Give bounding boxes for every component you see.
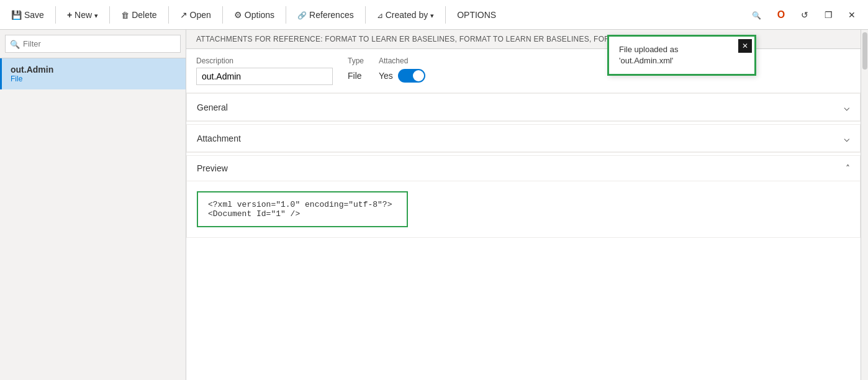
general-chevron-down-icon — [844, 101, 850, 113]
new-icon — [67, 10, 72, 20]
attachment-section-label: Attachment — [197, 133, 241, 143]
options-button[interactable]: Options — [228, 6, 281, 24]
delete-label: Delete — [132, 10, 156, 20]
preview-code-box: <?xml version="1.0" encoding="utf-8"?> <… — [197, 191, 408, 227]
references-label: References — [309, 10, 354, 20]
attached-toggle[interactable] — [398, 69, 425, 83]
delete-button[interactable]: Delete — [115, 6, 163, 24]
separator-4 — [222, 6, 223, 24]
close-icon: ✕ — [848, 10, 856, 20]
preview-section-header[interactable]: Preview — [187, 156, 860, 181]
separator-7 — [445, 6, 446, 24]
references-icon — [297, 10, 307, 20]
references-button[interactable]: References — [291, 6, 360, 24]
notification-popup: ✕ File uploaded as'out.Admin.xml' — [607, 35, 756, 76]
toolbar: Save New Delete Open Options References … — [0, 0, 868, 30]
sidebar-item-out-admin[interactable]: out.Admin File — [0, 58, 186, 89]
restore-button[interactable]: ❐ — [817, 4, 839, 26]
close-button[interactable]: ✕ — [841, 4, 863, 26]
save-button[interactable]: Save — [5, 6, 50, 24]
preview-section: Preview <?xml version="1.0" encoding="ut… — [186, 155, 861, 238]
attached-field: Attached Yes — [379, 57, 425, 84]
sidebar-item-sub: File — [11, 75, 177, 83]
preview-section-body: <?xml version="1.0" encoding="utf-8"?> <… — [187, 181, 860, 237]
search-toolbar-icon — [752, 10, 761, 20]
description-input[interactable] — [196, 68, 333, 85]
attachment-section-header[interactable]: Attachment — [187, 125, 860, 152]
save-label: Save — [24, 10, 44, 20]
created-by-caret-icon — [430, 10, 434, 20]
created-by-label: Created by — [386, 10, 428, 20]
options-caps-button[interactable]: OPTIONS — [451, 6, 502, 24]
preview-line-1: <?xml version="1.0" encoding="utf-8"?> — [208, 200, 397, 209]
preview-chevron-up-icon — [846, 163, 850, 173]
sections-wrapper: General Attachment Preview — [186, 93, 861, 380]
scrollbar-area — [861, 30, 868, 380]
new-button[interactable]: New — [61, 6, 104, 24]
options-icon — [234, 10, 242, 20]
attached-toggle-wrapper: Yes — [379, 68, 425, 84]
type-field: Type File — [348, 57, 364, 84]
separator-5 — [286, 6, 286, 24]
open-button[interactable]: Open — [174, 6, 217, 24]
general-section-header[interactable]: General — [187, 94, 860, 121]
open-label: Open — [190, 10, 211, 20]
type-value: File — [348, 68, 364, 84]
options-label: Options — [245, 10, 274, 20]
description-label: Description — [196, 57, 333, 65]
new-caret-icon — [94, 10, 98, 20]
created-by-filter-icon — [377, 10, 383, 20]
search-toolbar-button[interactable] — [746, 6, 767, 24]
content-area: ATTACHMENTS FOR REFERENCE: FORMAT TO LEA… — [186, 30, 861, 380]
general-section: General — [186, 93, 861, 122]
description-field: Description — [196, 57, 333, 85]
main-layout: 🔍 out.Admin File ATTACHMENTS FOR REFEREN… — [0, 30, 868, 380]
type-label: Type — [348, 57, 364, 65]
office-icon-button[interactable]: O — [770, 4, 792, 26]
filter-search-icon: 🔍 — [10, 39, 20, 48]
attachment-section: Attachment — [186, 124, 861, 153]
general-section-label: General — [197, 102, 228, 112]
delete-icon — [121, 10, 129, 20]
notification-text: File uploaded as'out.Admin.xml' — [619, 44, 744, 66]
refresh-icon: ↺ — [801, 10, 808, 20]
separator-2 — [109, 6, 110, 24]
form-row: Description Type File Attached Yes — [186, 49, 861, 93]
toggle-thumb — [413, 70, 424, 81]
notification-close-button[interactable]: ✕ — [738, 39, 752, 53]
preview-line-2: <Document Id="1" /> — [208, 209, 397, 219]
separator-1 — [55, 6, 56, 24]
toolbar-right — [746, 6, 767, 24]
filter-bar: 🔍 — [0, 30, 186, 58]
scrollbar-thumb[interactable] — [862, 32, 867, 70]
sidebar-item-name: out.Admin — [11, 65, 177, 75]
attachment-chevron-down-icon — [844, 132, 850, 144]
attachments-header: ATTACHMENTS FOR REFERENCE: FORMAT TO LEA… — [186, 30, 861, 49]
separator-6 — [365, 6, 366, 24]
save-icon — [11, 10, 22, 20]
restore-icon: ❐ — [825, 10, 833, 20]
open-icon — [180, 10, 188, 20]
options-caps-label: OPTIONS — [457, 10, 496, 20]
filter-input[interactable] — [5, 35, 181, 53]
window-chrome: O ↺ ❐ ✕ — [770, 4, 863, 26]
attached-value: Yes — [379, 68, 393, 84]
separator-3 — [168, 6, 169, 24]
office-icon: O — [777, 9, 785, 20]
filter-wrapper: 🔍 — [5, 35, 181, 53]
attached-label: Attached — [379, 57, 425, 65]
created-by-button[interactable]: Created by — [371, 6, 440, 24]
refresh-button[interactable]: ↺ — [793, 4, 816, 26]
sidebar: 🔍 out.Admin File — [0, 30, 186, 380]
new-label: New — [75, 10, 92, 20]
preview-section-label: Preview — [197, 163, 228, 173]
